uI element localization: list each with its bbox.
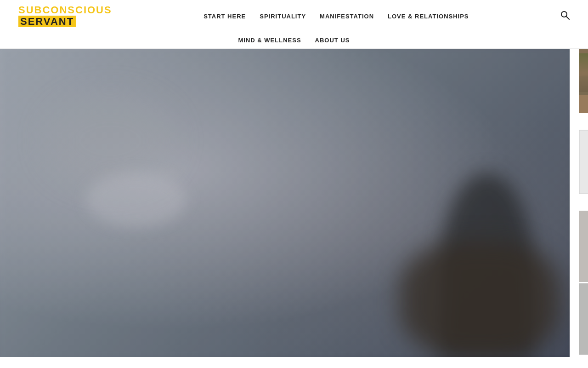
- nav-about-us[interactable]: ABOUT US: [315, 37, 350, 44]
- nav-love-relationships[interactable]: LOVE & RELATIONSHIPS: [388, 13, 469, 20]
- stubborn-svg-bottom: [579, 283, 588, 355]
- site-header: SUBCONSCIOUS SERVANT START HERE SPIRITUA…: [0, 0, 588, 49]
- ad-svg: [579, 130, 588, 194]
- top-navigation: START HERE SPIRITUALITY MANIFESTATION LO…: [204, 13, 469, 20]
- ad-placeholder: [579, 130, 588, 194]
- site-logo[interactable]: SUBCONSCIOUS SERVANT: [18, 5, 112, 28]
- nav-manifestation[interactable]: MANIFESTATION: [320, 13, 374, 20]
- main-content: Why INFPs Are the Most Misunderstood Per…: [0, 49, 588, 364]
- search-icon: [560, 11, 570, 20]
- sidebar: Why INFPs Are the Most Misunderstood Per…: [570, 49, 588, 364]
- svg-rect-15: [579, 130, 588, 194]
- header-top: SUBCONSCIOUS SERVANT START HERE SPIRITUA…: [18, 0, 570, 32]
- nav-start-here[interactable]: START HERE: [204, 13, 246, 20]
- article-ad-image: [579, 130, 588, 194]
- logo-line2: SERVANT: [18, 16, 76, 28]
- stubborn-image-top[interactable]: [579, 211, 588, 282]
- article-infp-image[interactable]: [579, 49, 588, 113]
- article-stubborn-images: [579, 211, 588, 355]
- svg-rect-9: [579, 95, 588, 113]
- bottom-navigation: MIND & WELLNESS ABOUT US: [238, 32, 350, 48]
- nav-spirituality[interactable]: SPIRITUALITY: [260, 13, 306, 20]
- svg-rect-18: [579, 211, 588, 282]
- search-button[interactable]: [560, 11, 570, 22]
- svg-rect-8: [579, 49, 588, 76]
- hero-image[interactable]: [0, 49, 570, 357]
- svg-rect-42: [579, 283, 588, 355]
- infp-photo: [579, 49, 588, 113]
- stubborn-svg-top: [579, 211, 588, 282]
- logo-line1: SUBCONSCIOUS: [18, 5, 112, 16]
- svg-line-1: [566, 17, 569, 19]
- hero-highlight: [85, 172, 187, 227]
- nav-mind-wellness[interactable]: MIND & WELLNESS: [238, 37, 301, 44]
- infp-svg: [579, 49, 588, 113]
- stubborn-image-bottom[interactable]: [579, 283, 588, 355]
- svg-point-0: [561, 12, 567, 17]
